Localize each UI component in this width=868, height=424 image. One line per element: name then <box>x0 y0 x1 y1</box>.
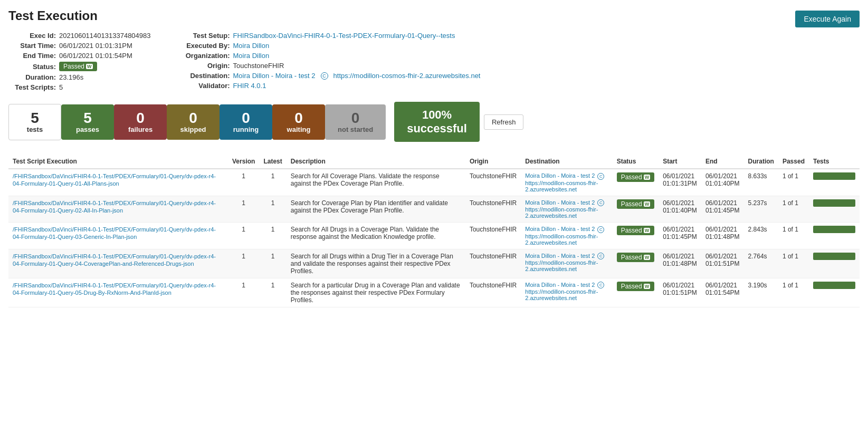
meta-right: Test Setup: FHIRSandbox-DaVinci-FHIR4-0-… <box>183 32 481 91</box>
cell-start: 06/01/202101:01:48PM <box>659 249 701 278</box>
cell-origin: TouchstoneFHIR <box>465 249 521 278</box>
cell-description: Search for All Coverage Plans. Validate … <box>287 169 465 196</box>
cell-latest: 1 <box>259 223 286 249</box>
destination-url[interactable]: https://modillon-cosmos-fhir-2.azurewebs… <box>333 72 481 80</box>
cell-duration: 2.764s <box>744 249 778 278</box>
row-status-w: W <box>644 284 651 289</box>
cell-destination: Moira Dillon - Moira - test 2 C https://… <box>521 223 612 249</box>
row-status-w: W <box>644 255 651 260</box>
destination-value[interactable]: Moira Dillon - Moira - test 2 <box>233 72 316 80</box>
script-link[interactable]: /FHIRSandbox/DaVinci/FHIR4-0-1-Test/PDEX… <box>13 173 216 187</box>
table-row: /FHIRSandbox/DaVinci/FHIR4-0-1-Test/PDEX… <box>8 169 860 196</box>
dest-url-link[interactable]: https://modillon-cosmos-fhir-2.azurewebs… <box>525 206 598 219</box>
row-status-badge: Passed W <box>617 172 655 182</box>
meta-section: Exec Id: 20210601140131337480498​3 Start… <box>8 32 860 91</box>
duration-label: Duration: <box>8 73 56 81</box>
running-label: running <box>233 126 259 133</box>
cell-destination: Moira Dillon - Moira - test 2 C https://… <box>521 278 612 307</box>
passes-label: passes <box>76 126 99 133</box>
tests-number: 5 <box>31 111 39 126</box>
cell-end: 06/01/202101:01:51PM <box>701 249 744 278</box>
row-status-w: W <box>644 201 651 207</box>
col-header-duration: Duration <box>744 155 778 169</box>
cell-duration: 8.633s <box>744 169 778 196</box>
success-box: 100% successful <box>394 102 480 142</box>
cell-description: Search for a particular Drug in a Covera… <box>287 278 465 307</box>
failures-number: 0 <box>136 111 145 126</box>
start-time-label: Start Time: <box>8 42 56 50</box>
stats-wrapper: 5 tests 5 passes 0 failures 0 skipped 0 … <box>8 102 860 142</box>
dest-circle-c: C <box>597 226 604 233</box>
table-header-row: Test Script Execution Version Latest Des… <box>8 155 860 169</box>
skipped-label: skipped <box>180 126 206 133</box>
cell-duration: 2.843s <box>744 223 778 249</box>
organization-label: Organization: <box>183 52 230 60</box>
origin-row: Origin: TouchstoneFHIR <box>183 62 481 70</box>
row-status-badge: Passed W <box>617 226 655 235</box>
cell-tests <box>809 249 860 278</box>
col-header-version: Version <box>228 155 259 169</box>
status-row: Status: Passed W <box>8 62 151 71</box>
cell-status: Passed W <box>613 278 659 307</box>
test-setup-row: Test Setup: FHIRSandbox-DaVinci-FHIR4-0-… <box>183 32 481 40</box>
destination-row: Destination: Moira Dillon - Moira - test… <box>183 72 481 80</box>
status-label: Status: <box>8 63 56 71</box>
script-link[interactable]: /FHIRSandbox/DaVinci/FHIR4-0-1-Test/PDEX… <box>13 200 216 214</box>
cell-passed: 1 of 1 <box>778 196 809 223</box>
cell-destination: Moira Dillon - Moira - test 2 C https://… <box>521 169 612 196</box>
execute-again-button[interactable]: Execute Again <box>795 11 860 27</box>
row-status-badge: Passed W <box>617 253 655 262</box>
validator-label: Validator: <box>183 82 230 90</box>
dest-name-link[interactable]: Moira Dillon - Moira - test 2 <box>525 226 595 232</box>
end-time-row: End Time: 06/01/2021 01:01:54PM <box>8 52 151 60</box>
cell-script: /FHIRSandbox/DaVinci/FHIR4-0-1-Test/PDEX… <box>8 223 228 249</box>
cell-end: 06/01/202101:01:54PM <box>701 278 744 307</box>
stat-failures: 0 failures <box>114 104 167 140</box>
col-header-start: Start <box>659 155 701 169</box>
col-header-tests: Tests <box>809 155 860 169</box>
script-link[interactable]: /FHIRSandbox/DaVinci/FHIR4-0-1-Test/PDEX… <box>13 282 216 296</box>
test-scripts-row: Test Scripts: 5 <box>8 83 151 91</box>
not-started-label: not started <box>338 126 373 133</box>
dest-name-link[interactable]: Moira Dillon - Moira - test 2 <box>525 253 595 259</box>
stat-not-started: 0 not started <box>325 104 386 140</box>
duration-row: Duration: 23.196s <box>8 73 151 81</box>
script-link[interactable]: /FHIRSandbox/DaVinci/FHIR4-0-1-Test/PDEX… <box>13 253 216 267</box>
executed-by-row: Executed By: Moira Dillon <box>183 42 481 50</box>
col-header-latest: Latest <box>259 155 286 169</box>
meta-left: Exec Id: 20210601140131337480498​3 Start… <box>8 32 151 91</box>
cell-status: Passed W <box>613 169 659 196</box>
cell-passed: 1 of 1 <box>778 278 809 307</box>
cell-latest: 1 <box>259 249 286 278</box>
cell-script: /FHIRSandbox/DaVinci/FHIR4-0-1-Test/PDEX… <box>8 278 228 307</box>
validator-value[interactable]: FHIR 4.0.1 <box>233 82 266 90</box>
executed-by-value[interactable]: Moira Dillon <box>233 42 270 50</box>
script-link[interactable]: /FHIRSandbox/DaVinci/FHIR4-0-1-Test/PDEX… <box>13 226 216 240</box>
cell-origin: TouchstoneFHIR <box>465 169 521 196</box>
dest-url-link[interactable]: https://modillon-cosmos-fhir-2.azurewebs… <box>525 233 598 246</box>
end-time-value: 06/01/2021 01:01:54PM <box>59 52 132 60</box>
cell-destination: Moira Dillon - Moira - test 2 C https://… <box>521 249 612 278</box>
dest-circle-c: C <box>597 253 604 259</box>
row-status-w: W <box>644 175 651 180</box>
organization-value[interactable]: Moira Dillon <box>233 52 270 60</box>
test-scripts-value: 5 <box>59 83 63 91</box>
dest-url-link[interactable]: https://modillon-cosmos-fhir-2.azurewebs… <box>525 180 598 192</box>
dest-url-link[interactable]: https://modillon-cosmos-fhir-2.azurewebs… <box>525 288 598 301</box>
cell-tests <box>809 278 860 307</box>
test-setup-link[interactable]: FHIRSandbox-DaVinci-FHIR4-0-1-Test-PDEX-… <box>233 32 455 40</box>
refresh-button[interactable]: Refresh <box>484 114 524 130</box>
stat-passes: 5 passes <box>61 104 114 140</box>
dest-name-link[interactable]: Moira Dillon - Moira - test 2 <box>525 282 595 288</box>
cell-status: Passed W <box>613 249 659 278</box>
col-header-script: Test Script Execution <box>8 155 228 169</box>
cell-latest: 1 <box>259 278 286 307</box>
dest-name-link[interactable]: Moira Dillon - Moira - test 2 <box>525 172 595 179</box>
test-execution-table: Test Script Execution Version Latest Des… <box>8 155 860 307</box>
dest-url-link[interactable]: https://modillon-cosmos-fhir-2.azurewebs… <box>525 259 598 272</box>
dest-name-link[interactable]: Moira Dillon - Moira - test 2 <box>525 199 595 206</box>
destination-circle-c: C <box>321 72 328 80</box>
cell-latest: 1 <box>259 196 286 223</box>
table-row: /FHIRSandbox/DaVinci/FHIR4-0-1-Test/PDEX… <box>8 196 860 223</box>
cell-version: 1 <box>228 169 259 196</box>
